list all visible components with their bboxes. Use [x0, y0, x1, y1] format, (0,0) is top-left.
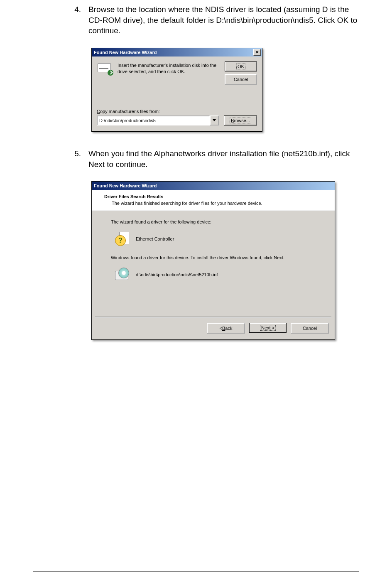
- step-5-text: When you find the Alphanetworks driver i…: [88, 148, 359, 170]
- inf-path: d:\ndis\bin\production\ndis5\net5210b.in…: [136, 272, 218, 277]
- chevron-down-icon[interactable]: [210, 116, 219, 125]
- insert-disk-message: Insert the manufacturer's installation d…: [118, 61, 220, 75]
- step-4: 4. Browse to the location where the NDIS…: [33, 4, 359, 36]
- browse-button[interactable]: Browse...: [224, 116, 257, 125]
- close-icon[interactable]: ✕: [253, 49, 261, 56]
- path-input[interactable]: [97, 116, 210, 125]
- step-5: 5. When you find the Alphanetworks drive…: [33, 148, 359, 170]
- cancel-button[interactable]: Cancel: [225, 74, 257, 85]
- wizard-heading: Driver Files Search Results: [104, 194, 327, 199]
- cancel-button[interactable]: Cancel: [291, 323, 329, 334]
- step-5-number: 5.: [33, 148, 88, 170]
- step-4-number: 4.: [33, 4, 88, 36]
- next-button[interactable]: Next >: [249, 323, 287, 333]
- dialog-title: Found New Hardware Wizard: [93, 50, 253, 55]
- wizard-subheading: The wizard has finished searching for dr…: [104, 201, 327, 206]
- ok-button[interactable]: OK: [225, 61, 257, 71]
- titlebar: Found New Hardware Wizard ✕: [92, 48, 262, 57]
- back-button[interactable]: < Back: [207, 323, 245, 334]
- found-for-label: The wizard found a driver for the follow…: [111, 219, 323, 224]
- titlebar: Found New Hardware Wizard: [92, 182, 335, 190]
- copy-from-label: Copy manufacturer's files from:: [97, 109, 257, 114]
- disk-drive-icon: [97, 61, 113, 76]
- cd-drive-icon: [115, 268, 129, 282]
- wizard-header: Driver Files Search Results The wizard h…: [92, 190, 335, 211]
- dialog-insert-disk: Found New Hardware Wizard ✕ Insert the m…: [91, 48, 262, 132]
- device-name: Ethernet Controller: [136, 236, 174, 241]
- dialog-search-results: Found New Hardware Wizard Driver Files S…: [91, 181, 335, 340]
- step-4-text: Browse to the location where the NDIS dr…: [88, 4, 359, 36]
- found-driver-message: Windows found a driver for this device. …: [111, 255, 323, 260]
- dialog-title: Found New Hardware Wizard: [93, 183, 333, 188]
- page-footer-rule: [33, 571, 359, 572]
- unknown-device-icon: ?: [115, 232, 129, 246]
- path-combobox[interactable]: [97, 116, 219, 125]
